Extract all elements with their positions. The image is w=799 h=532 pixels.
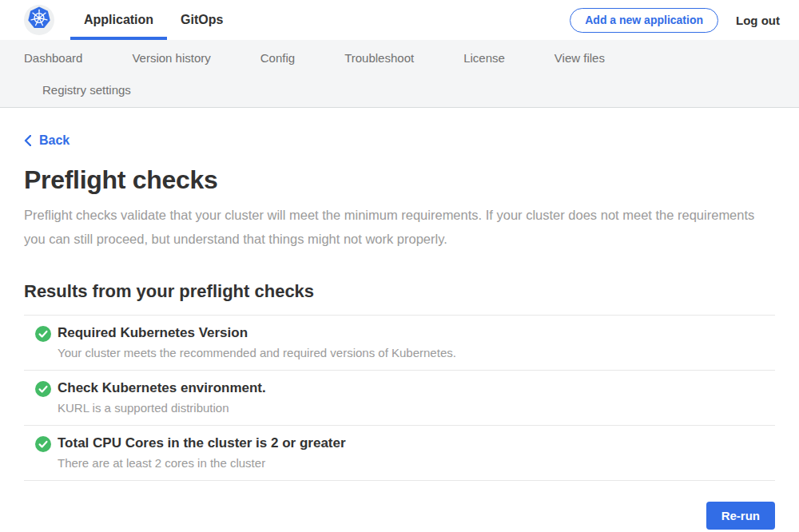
app-subnav: Dashboard Version history Config Trouble… <box>0 40 799 108</box>
subnav-item-view-files[interactable]: View files <box>555 51 605 65</box>
footer-actions: Re-run <box>24 481 775 530</box>
check-pass-icon <box>35 381 51 400</box>
page-description: Preflight checks validate that your clus… <box>24 203 775 251</box>
logout-link[interactable]: Log out <box>736 14 780 27</box>
page-title: Preflight checks <box>24 165 775 195</box>
header-right: Add a new application Log out <box>570 8 780 33</box>
preflight-results-list: Required Kubernetes Version Your cluster… <box>24 315 775 481</box>
chevron-left-icon <box>24 135 31 146</box>
check-pass-icon <box>35 326 51 345</box>
subnav-item-config[interactable]: Config <box>260 51 295 65</box>
check-item-kubernetes-environment: Check Kubernetes environment. KURL is a … <box>24 371 775 426</box>
rerun-button[interactable]: Re-run <box>706 502 775 530</box>
tab-gitops[interactable]: GitOps <box>167 0 237 40</box>
check-title: Total CPU Cores in the cluster is 2 or g… <box>58 435 775 451</box>
subnav-item-dashboard[interactable]: Dashboard <box>24 51 82 65</box>
subnav-item-license[interactable]: License <box>463 51 505 65</box>
results-heading: Results from your preflight checks <box>24 281 775 302</box>
subnav-item-registry-settings[interactable]: Registry settings <box>42 83 131 97</box>
top-header: Application GitOps Add a new application… <box>0 0 799 40</box>
check-message: Your cluster meets the recommended and r… <box>58 346 775 360</box>
check-item-kubernetes-version: Required Kubernetes Version Your cluster… <box>24 316 775 371</box>
check-message: There are at least 2 cores in the cluste… <box>58 456 775 470</box>
subnav-row-2: Registry settings <box>24 73 775 105</box>
check-title: Check Kubernetes environment. <box>58 379 775 396</box>
back-link[interactable]: Back <box>24 133 70 148</box>
subnav-row-1: Dashboard Version history Config Trouble… <box>24 42 775 73</box>
check-item-cpu-cores: Total CPU Cores in the cluster is 2 or g… <box>24 426 775 481</box>
add-application-button[interactable]: Add a new application <box>570 8 718 33</box>
check-message: KURL is a supported distribution <box>58 401 775 415</box>
kubernetes-logo-icon <box>27 6 51 34</box>
tab-application[interactable]: Application <box>70 0 167 40</box>
kubernetes-logo <box>24 5 54 35</box>
header-tabs: Application GitOps <box>70 0 237 40</box>
check-pass-icon <box>35 436 51 455</box>
main-content: Back Preflight checks Preflight checks v… <box>0 108 799 530</box>
back-label: Back <box>39 133 70 148</box>
subnav-item-troubleshoot[interactable]: Troubleshoot <box>344 51 414 65</box>
subnav-item-version-history[interactable]: Version history <box>132 51 210 65</box>
check-title: Required Kubernetes Version <box>58 324 775 341</box>
